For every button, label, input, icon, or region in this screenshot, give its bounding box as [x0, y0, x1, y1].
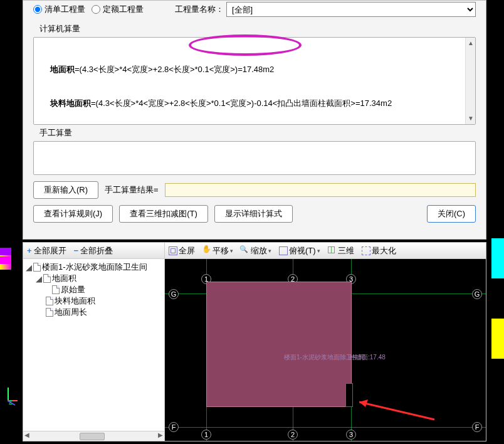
zoom-label: 缩放	[251, 245, 267, 256]
collapse-all-label: 全部折叠	[80, 245, 113, 256]
viewer-pane: 全屏 平移▾ 缩放▾ 俯视(T)▾ 三维 最大化 1 2 3 1 2 3 G F…	[165, 243, 486, 441]
3d-label: 三维	[338, 245, 354, 256]
chevron-down-icon: ▾	[230, 248, 233, 254]
radio-fixed-quantity-label: 定额工程量	[103, 4, 144, 15]
tree-node-perimeter-label: 地面周长	[55, 307, 87, 318]
maximize-icon	[362, 246, 370, 255]
viewport-text2: 外墙面:17.48	[349, 353, 386, 362]
doc-icon	[33, 263, 41, 272]
manual-result-field[interactable]	[165, 183, 476, 197]
tree-node-block[interactable]: 块料地面积	[26, 295, 162, 307]
calc-line1-label: 地面积	[50, 65, 75, 74]
fullscreen-button[interactable]: 全屏	[165, 243, 199, 258]
tree-node-block-label: 块料地面积	[55, 295, 95, 307]
calc-line2-expr: =(4.3<长度>*4<宽度>+2.8<长度>*0.1<宽度>)-0.14<扣凸…	[91, 98, 392, 108]
pan-button[interactable]: 平移▾	[199, 243, 237, 258]
calc-scrollbar[interactable]	[465, 38, 475, 124]
viewer-toolbar: 全屏 平移▾ 缩放▾ 俯视(T)▾ 三维 最大化	[165, 243, 486, 259]
chevron-down-icon: ▾	[268, 248, 271, 254]
grid-label: F	[472, 422, 482, 432]
tree-toolbar: +全部展开 −全部折叠	[23, 243, 164, 259]
collapse-all-button[interactable]: −全部折叠	[70, 243, 117, 258]
maximize-label: 最大化	[372, 245, 396, 256]
3d-icon	[328, 246, 337, 255]
reinput-button[interactable]: 重新输入(R)	[33, 181, 98, 199]
doc-icon	[46, 297, 53, 305]
viewport[interactable]: 1 2 3 1 2 3 G F G F 楼面1-水泥砂浆地面除卫生间 外墙面:1…	[165, 259, 486, 441]
grid-label: 3	[346, 430, 356, 440]
calc-line1-expr: =(4.3<长度>*4<宽度>+2.8<长度>*0.1<宽度>)=17.48m2	[75, 65, 274, 74]
tree-node-area[interactable]: ◢地面积	[26, 273, 162, 284]
calc-dialog: 清单工程量 定额工程量 工程量名称： [全部] 计算机算量 地面积=(4.3<长…	[23, 0, 486, 240]
maximize-button[interactable]: 最大化	[358, 243, 400, 258]
quantity-name-label: 工程量名称：	[175, 4, 224, 15]
topview-label: 俯视(T)	[289, 245, 316, 256]
radio-list-quantity[interactable]: 清单工程量	[33, 4, 85, 15]
tree-h-scrollbar[interactable]	[23, 431, 164, 441]
grid-label: F	[169, 422, 179, 432]
grid-label: G	[472, 289, 482, 299]
fullscreen-icon	[169, 246, 177, 255]
manual-calc-title: 手工算量	[39, 127, 470, 139]
tree-root[interactable]: ◢楼面1-水泥砂浆地面除卫生间	[26, 262, 162, 273]
doc-icon	[52, 285, 60, 294]
axis-z-label: z	[9, 398, 13, 406]
radio-fixed-quantity[interactable]: 定额工程量	[92, 4, 144, 15]
quantity-name-select[interactable]: [全部]	[226, 2, 476, 17]
doc-icon	[43, 274, 51, 283]
grid-label: 2	[288, 430, 298, 440]
tree-node-area-label: 地面积	[52, 273, 76, 284]
expand-all-label: 全部展开	[34, 245, 66, 256]
zoom-icon	[241, 246, 249, 255]
floor-notch	[345, 383, 353, 407]
radio-list-quantity-input[interactable]	[33, 5, 42, 14]
scrollbar-thumb[interactable]	[80, 433, 105, 440]
show-detail-button[interactable]: 显示详细计算式	[214, 205, 293, 223]
radio-fixed-quantity-input[interactable]	[92, 5, 100, 14]
topview-button[interactable]: 俯视(T)▾	[275, 243, 324, 258]
computer-calc-area: 地面积=(4.3<长度>*4<宽度>+2.8<长度>*0.1<宽度>)=17.4…	[33, 37, 476, 125]
plus-icon: +	[27, 246, 32, 255]
tree-node-original[interactable]: 原始量	[26, 284, 162, 295]
tree-node-original-label: 原始量	[61, 284, 85, 295]
tree-root-label: 楼面1-水泥砂浆地面除卫生间	[42, 262, 147, 273]
3d-button[interactable]: 三维	[324, 243, 358, 258]
doc-icon	[46, 308, 53, 317]
pan-icon	[202, 246, 211, 255]
zoom-button[interactable]: 缩放▾	[237, 243, 275, 258]
floor-shape	[206, 282, 352, 407]
expand-all-button[interactable]: +全部展开	[23, 243, 70, 258]
topview-icon	[279, 246, 288, 255]
computer-calc-title: 计算机算量	[39, 23, 470, 34]
manual-result-label: 手工算量结果=	[105, 184, 159, 196]
tree-pane: +全部展开 −全部折叠 ◢楼面1-水泥砂浆地面除卫生间 ◢地面积 原始量 块料地…	[23, 243, 165, 441]
grid-label: G	[169, 289, 179, 299]
calc-rule-button[interactable]: 查看计算规则(J)	[33, 205, 113, 223]
pan-label: 平移	[213, 245, 229, 256]
lower-split: +全部展开 −全部折叠 ◢楼面1-水泥砂浆地面除卫生间 ◢地面积 原始量 块料地…	[23, 242, 486, 441]
manual-calc-area[interactable]	[33, 141, 476, 175]
minus-icon: −	[74, 246, 79, 255]
fullscreen-label: 全屏	[179, 245, 195, 256]
chevron-down-icon: ▾	[317, 248, 320, 254]
annotation-arrow	[359, 396, 441, 421]
calc-line2-label: 块料地面积	[50, 98, 91, 108]
radio-list-quantity-label: 清单工程量	[45, 4, 85, 15]
close-button[interactable]: 关闭(C)	[427, 205, 476, 223]
tree[interactable]: ◢楼面1-水泥砂浆地面除卫生间 ◢地面积 原始量 块料地面积 地面周长	[23, 259, 164, 431]
view-3d-deduct-button[interactable]: 查看三维扣减图(T)	[119, 205, 208, 223]
tree-node-perimeter[interactable]: 地面周长	[26, 307, 162, 318]
grid-label: 1	[201, 430, 211, 440]
